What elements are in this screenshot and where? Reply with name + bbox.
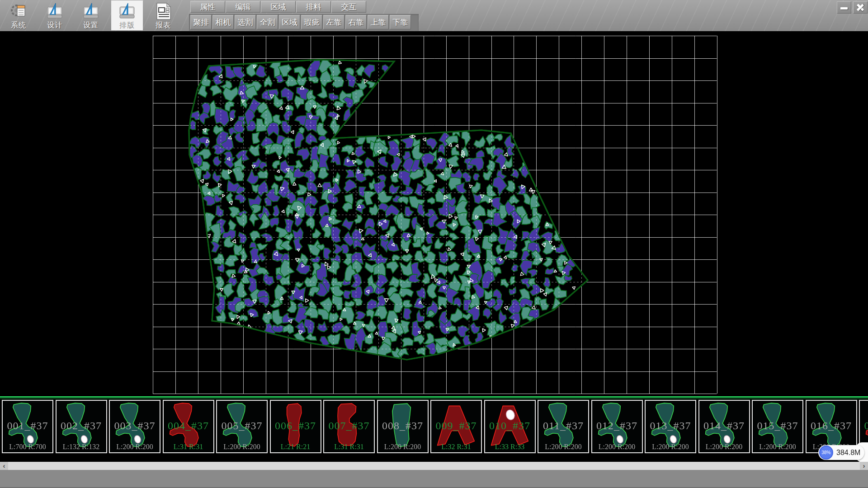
thumbnail-lr-label: L:200 R:200	[646, 443, 695, 451]
thumbnail-id-label: 017_#37	[860, 420, 868, 432]
strip-separator-line	[0, 396, 868, 398]
tool-button-3[interactable]: 选割	[235, 15, 256, 29]
thumbnail-id-label: 013_#37	[646, 420, 695, 432]
thumbnail-lr-label: L:31 R:31	[164, 443, 213, 451]
thumbnail-lr-label: L:200 R:200	[217, 443, 267, 451]
menu-tab-4[interactable]: 排料	[296, 1, 331, 13]
progress-percent-badge: 38%	[819, 446, 833, 460]
thumbnail-id-label: 012_#37	[592, 420, 642, 432]
app-button-label: 报表	[147, 21, 179, 30]
thumbnail-cell-004_#37[interactable]: 004_#37L:31 R:31	[163, 400, 214, 453]
horizontal-scrollbar[interactable]: ‹ ›	[0, 462, 868, 470]
thumbnail-cell-008_#37[interactable]: 008_#37L:200 R:200	[377, 400, 429, 453]
tool-button-1[interactable]: 聚排	[190, 15, 212, 29]
toolbar: 系统设计设置排版报表 属性编辑区域排料交互 聚排相机选割全割区域瑕疵左靠右靠上靠…	[0, 0, 868, 31]
app-button-5[interactable]: 报表	[147, 0, 179, 30]
thumbnail-lr-label: L:32 R:31	[431, 443, 481, 451]
thumbnail-id-label: 016_#37	[807, 420, 856, 432]
thumbnail-id-label: 010_#37	[485, 420, 535, 432]
tool-button-2[interactable]: 相机	[212, 15, 234, 29]
scroll-left-icon[interactable]: ‹	[0, 462, 8, 470]
thumbnail-cell-015_#37[interactable]: 015_#37L:200 R:200	[752, 400, 803, 453]
thumbnail-cell-009_#37[interactable]: 009_#37L:32 R:31	[430, 400, 482, 453]
menu-tab-5[interactable]: 交互	[331, 1, 366, 13]
app-button-label: 设置	[75, 21, 107, 30]
tool-button-10[interactable]: 下靠	[390, 15, 411, 29]
thumbnail-lr-label: L:21 R:21	[271, 443, 321, 451]
status-bar	[0, 470, 868, 488]
thumbnail-cell-010_#37[interactable]: 010_#37L:33 R:33	[484, 400, 536, 453]
report-document-icon	[154, 2, 172, 20]
thumbnail-cell-013_#37[interactable]: 013_#37L:200 R:200	[645, 400, 696, 453]
app-button-label: 设计	[39, 21, 71, 30]
thumbnail-cell-002_#37[interactable]: 002_#37L:132 R:132	[56, 400, 107, 453]
app-button-label: 排版	[111, 21, 143, 30]
memory-usage-label: 384.8M	[836, 445, 860, 460]
app-button-1[interactable]: 系统	[3, 0, 34, 30]
nesting-canvas-area[interactable]	[0, 31, 868, 397]
thumbnail-lr-label: L:700 R:700	[3, 443, 52, 451]
thumbnail-cell-007_#37[interactable]: 007_#37L:31 R:31	[323, 400, 375, 453]
thumbnail-lr-label: L:200 R:200	[699, 443, 749, 451]
thumbnail-lr-label: L:200 R:200	[538, 443, 588, 451]
thumbnail-lr-label: L:33 R:33	[485, 443, 535, 451]
scrollbar-thumb[interactable]	[8, 462, 860, 470]
thumbnail-lr-label: L:31 R:31	[324, 443, 374, 451]
thumbnail-id-label: 006_#37	[271, 420, 321, 432]
thumbnail-id-label: 003_#37	[110, 420, 160, 432]
tool-button-9[interactable]: 上靠	[368, 15, 389, 29]
thumbnail-id-label: 015_#37	[753, 420, 802, 432]
status-badge: 38% 384.8M	[818, 445, 864, 460]
thumbnail-lr-label: L:200 R:200	[378, 443, 428, 451]
strip-separator-line-2	[0, 399, 868, 399]
gear-system-icon	[9, 2, 28, 20]
app-button-2[interactable]: 设计	[39, 0, 71, 30]
minimize-icon	[840, 7, 848, 9]
tool-button-7[interactable]: 左靠	[323, 15, 344, 29]
menu-tab-3[interactable]: 区域	[261, 1, 296, 13]
thumbnail-lr-label: L:200 R:200	[110, 443, 160, 451]
thumbnail-cell-003_#37[interactable]: 003_#37L:200 R:200	[109, 400, 160, 453]
thumbnail-id-label: 007_#37	[324, 420, 374, 432]
close-button[interactable]	[853, 1, 868, 14]
thumbnail-id-label: 009_#37	[431, 420, 481, 432]
thumbnail-id-label: 001_#37	[3, 420, 52, 432]
thumbnail-cell-005_#37[interactable]: 005_#37L:200 R:200	[216, 400, 268, 453]
piece-thumbnail-strip: 001_#37L:700 R:700002_#37L:132 R:132003_…	[0, 399, 868, 462]
nesting-canvas[interactable]	[0, 31, 868, 397]
thumbnail-id-label: 004_#37	[164, 420, 213, 432]
thumbnail-cell-012_#37[interactable]: 012_#37L:200 R:200	[591, 400, 643, 453]
thumbnail-id-label: 014_#37	[699, 420, 749, 432]
app-button-label: 系统	[3, 21, 34, 30]
minimize-button[interactable]	[837, 1, 851, 14]
thumbnail-id-label: 002_#37	[57, 420, 106, 432]
thumbnail-lr-label: L:132 R:132	[57, 443, 106, 451]
thumbnail-cell-014_#37[interactable]: 014_#37L:200 R:200	[698, 400, 750, 453]
settings-ruler-icon	[82, 2, 100, 20]
thumbnail-id-label: 008_#37	[378, 420, 428, 432]
thumbnail-lr-label: L:200 R:200	[753, 443, 802, 451]
menu-tab-1[interactable]: 属性	[190, 1, 225, 13]
tool-button-strip: 聚排相机选割全割区域瑕疵左靠右靠上靠下靠	[189, 14, 419, 31]
app-button-4[interactable]: 排版	[111, 0, 143, 30]
tool-button-8[interactable]: 右靠	[345, 15, 367, 29]
thumbnail-cell-011_#37[interactable]: 011_#37L:200 R:200	[538, 400, 589, 453]
app-button-3[interactable]: 设置	[75, 0, 107, 30]
menu-tab-2[interactable]: 编辑	[226, 1, 260, 13]
thumbnail-cell-001_#37[interactable]: 001_#37L:700 R:700	[2, 400, 53, 453]
thumbnail-id-label: 005_#37	[217, 420, 267, 432]
scroll-right-icon[interactable]: ›	[860, 462, 868, 470]
layout-ruler-icon	[118, 2, 136, 20]
thumbnail-lr-label: L:200 R:200	[592, 443, 642, 451]
tool-button-6[interactable]: 瑕疵	[301, 15, 322, 29]
thumbnail-id-label: 011_#37	[538, 420, 588, 432]
tool-button-5[interactable]: 区域	[279, 15, 300, 29]
design-ruler-icon	[46, 2, 64, 20]
tool-button-4[interactable]: 全割	[257, 15, 278, 29]
thumbnail-cell-006_#37[interactable]: 006_#37L:21 R:21	[270, 400, 321, 453]
